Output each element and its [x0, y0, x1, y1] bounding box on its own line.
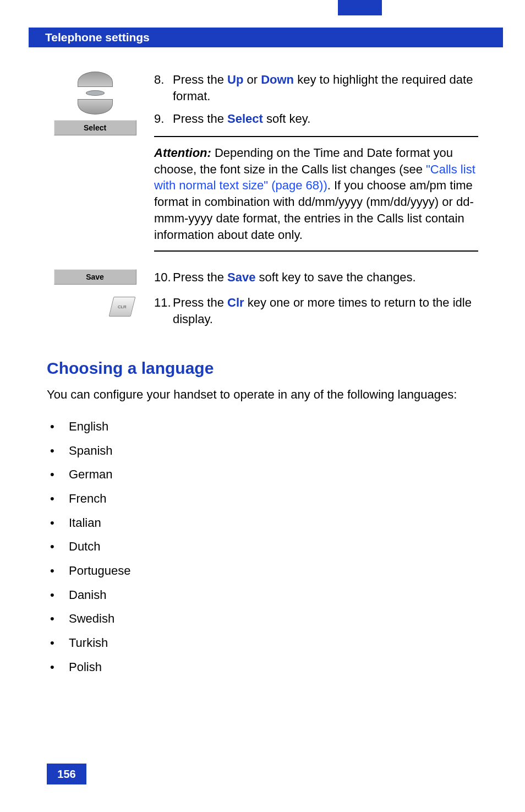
section-header: Telephone settings [29, 28, 503, 47]
step-11-number: 11. [154, 295, 173, 327]
section-heading: Choosing a language [47, 359, 478, 378]
list-item: Spanish [50, 443, 478, 459]
nav-center-icon [86, 90, 105, 96]
s8-mid: or [243, 73, 261, 86]
lang-7: Danish [69, 587, 106, 603]
nav-down-icon [78, 99, 113, 115]
s9-post: soft key. [263, 112, 310, 126]
lang-8: Swedish [69, 611, 114, 627]
list-item: Portuguese [50, 563, 478, 579]
step-11-text: Press the Clr key one or more times to r… [173, 295, 478, 327]
list-item: Italian [50, 515, 478, 531]
list-item: French [50, 491, 478, 507]
page-number: 156 [47, 764, 86, 784]
lang-4: Italian [69, 515, 101, 531]
s10-pre: Press the [173, 270, 227, 284]
nav-up-icon [78, 72, 113, 87]
lang-1: Spanish [69, 443, 113, 459]
s9-pre: Press the [173, 112, 227, 126]
language-list: English Spanish German French Italian Du… [47, 418, 478, 675]
s8-pre: Press the [173, 73, 227, 86]
attention-note: Attention: Depending on the Time and Dat… [154, 136, 478, 252]
key-illustration-select: Select [47, 72, 143, 267]
step-block-11: CLR 11. Press the Clr key one or more ti… [47, 295, 478, 334]
list-item: Turkish [50, 635, 478, 651]
step-block-8-9: Select 8. Press the Up or Down key to hi… [47, 72, 478, 267]
list-item: English [50, 418, 478, 435]
section-intro: You can configure your handset to operat… [47, 386, 478, 403]
attention-label: Attention: [154, 146, 211, 160]
s8-key-up: Up [227, 73, 243, 86]
s10-key-save: Save [227, 270, 255, 284]
step-10-number: 10. [154, 269, 173, 286]
header-title: Telephone settings [45, 31, 150, 44]
lang-0: English [69, 418, 108, 435]
list-item: Dutch [50, 538, 478, 555]
key-illustration-save: Save [47, 269, 143, 292]
step-10-text: Press the Save soft key to save the chan… [173, 269, 478, 286]
list-item: Danish [50, 587, 478, 603]
step-9-number: 9. [154, 111, 173, 127]
list-item: Polish [50, 659, 478, 675]
select-label: Select [84, 123, 106, 132]
step-8-text: Press the Up or Down key to highlight th… [173, 72, 478, 104]
lang-5: Dutch [69, 538, 100, 555]
page-number-value: 156 [57, 768, 75, 781]
list-item: German [50, 466, 478, 483]
lang-9: Turkish [69, 635, 108, 651]
clr-label: CLR [118, 304, 127, 309]
step-8-number: 8. [154, 72, 173, 104]
step-block-10: Save 10. Press the Save soft key to save… [47, 269, 478, 292]
s11-pre: Press the [173, 296, 227, 309]
lang-6: Portuguese [69, 563, 131, 579]
lang-3: French [69, 491, 106, 507]
top-ribbon [338, 0, 382, 15]
lang-10: Polish [69, 659, 102, 675]
step-9: 9. Press the Select soft key. [154, 111, 478, 127]
save-softkey-icon: Save [54, 269, 136, 285]
s10-post: soft key to save the changes. [255, 270, 415, 284]
step-10: 10. Press the Save soft key to save the … [154, 269, 478, 286]
step-11: 11. Press the Clr key one or more times … [154, 295, 478, 327]
key-illustration-clr: CLR [47, 295, 143, 334]
list-item: Swedish [50, 611, 478, 627]
clr-key-icon: CLR [109, 297, 136, 317]
nav-key-icon [70, 72, 121, 115]
step-9-text: Press the Select soft key. [173, 111, 478, 127]
save-label: Save [86, 273, 104, 281]
s9-key-select: Select [227, 112, 263, 126]
select-softkey-icon: Select [54, 120, 136, 135]
lang-2: German [69, 466, 112, 483]
s8-key-down: Down [261, 73, 294, 86]
page-content: Select 8. Press the Up or Down key to hi… [47, 72, 478, 683]
step-8: 8. Press the Up or Down key to highlight… [154, 72, 478, 104]
s11-key-clr: Clr [227, 296, 244, 309]
